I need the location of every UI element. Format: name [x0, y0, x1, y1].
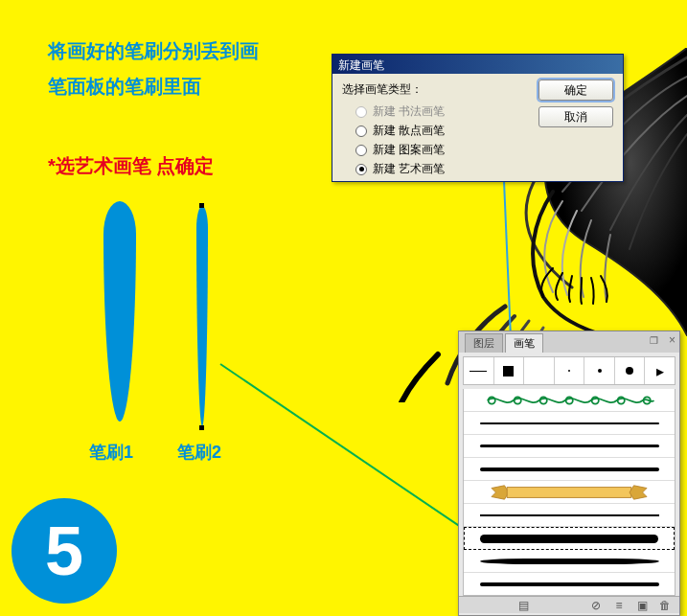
selection-handle[interactable]	[199, 425, 204, 430]
brush-row[interactable]	[464, 550, 675, 573]
brush-sample-1[interactable]	[103, 201, 136, 422]
brush-row[interactable]	[464, 435, 675, 458]
library-icon[interactable]: ▤	[467, 599, 580, 612]
brush2-label: 笔刷2	[177, 437, 221, 468]
tutorial-canvas: 将画好的笔刷分别丢到画 笔面板的笔刷里面 *选艺术画笔 点确定	[0, 0, 687, 616]
brush-row-ornament[interactable]	[464, 389, 675, 412]
brush-sample-2[interactable]	[196, 206, 208, 426]
radio-label: 新建 书法画笔	[373, 103, 445, 120]
ribbon-brush-icon	[474, 484, 664, 501]
brush-row[interactable]	[464, 573, 675, 596]
brush-row[interactable]	[464, 412, 675, 435]
preset-thin-line[interactable]	[464, 357, 494, 384]
trash-icon[interactable]: 🗑	[658, 599, 672, 612]
radio-icon[interactable]	[355, 145, 367, 156]
preset-square[interactable]	[494, 357, 525, 384]
selection-handle[interactable]	[199, 203, 204, 208]
radio-pattern[interactable]: 新建 图案画笔	[355, 142, 613, 158]
radio-art[interactable]: 新建 艺术画笔	[355, 161, 613, 177]
panel-footer: ▤ ⊘ ≡ ▣ 🗑	[459, 596, 679, 613]
brush-preset-row: ▸	[463, 356, 676, 385]
brush-row-ribbon[interactable]	[464, 481, 675, 504]
radio-label: 新建 艺术画笔	[373, 161, 445, 177]
options-icon[interactable]: ≡	[612, 599, 626, 612]
preset-empty[interactable]	[524, 357, 555, 384]
ok-button[interactable]: 确定	[538, 80, 613, 101]
brush-list[interactable]	[463, 389, 676, 596]
radio-icon[interactable]	[355, 125, 367, 137]
radio-icon	[355, 106, 367, 118]
brush-row-selected[interactable]	[464, 527, 675, 550]
radio-icon[interactable]	[355, 164, 367, 175]
instruction-line1: 将画好的笔刷分别丢到画	[48, 34, 259, 68]
brush-row[interactable]	[464, 504, 675, 527]
radio-label: 新建 图案画笔	[373, 142, 445, 158]
preset-dot-m[interactable]	[584, 357, 615, 384]
ornament-brush-icon	[472, 392, 666, 409]
brush-row[interactable]	[464, 458, 675, 481]
restore-icon[interactable]: ❐	[650, 335, 658, 346]
new-brush-icon[interactable]: ▣	[635, 599, 649, 612]
brushes-panel: 图层 画笔 ❐ × ▸	[458, 331, 680, 616]
preset-more-arrow[interactable]: ▸	[645, 357, 675, 384]
tab-brushes[interactable]: 画笔	[505, 333, 543, 353]
tab-layers[interactable]: 图层	[465, 333, 503, 353]
radio-label: 新建 散点画笔	[373, 123, 445, 139]
step-number: 5	[45, 516, 83, 585]
close-icon[interactable]: ×	[669, 333, 676, 347]
preset-dot-l[interactable]	[615, 357, 646, 384]
disable-icon[interactable]: ⊘	[589, 599, 603, 612]
instruction-line2: 笔面板的笔刷里面	[48, 69, 201, 103]
instruction-note: *选艺术画笔 点确定	[48, 153, 214, 179]
preset-dot-s[interactable]	[555, 357, 585, 384]
svg-rect-9	[507, 487, 631, 497]
dialog-title: 新建画笔	[332, 55, 623, 74]
new-brush-dialog: 新建画笔 选择画笔类型： 新建 书法画笔 新建 散点画笔 新建 图案画笔 新建 …	[332, 54, 624, 182]
step-badge: 5	[11, 498, 117, 604]
brush1-label: 笔刷1	[89, 437, 133, 468]
panel-tabbar: 图层 画笔 ❐ ×	[459, 331, 679, 353]
cancel-button[interactable]: 取消	[538, 106, 613, 127]
